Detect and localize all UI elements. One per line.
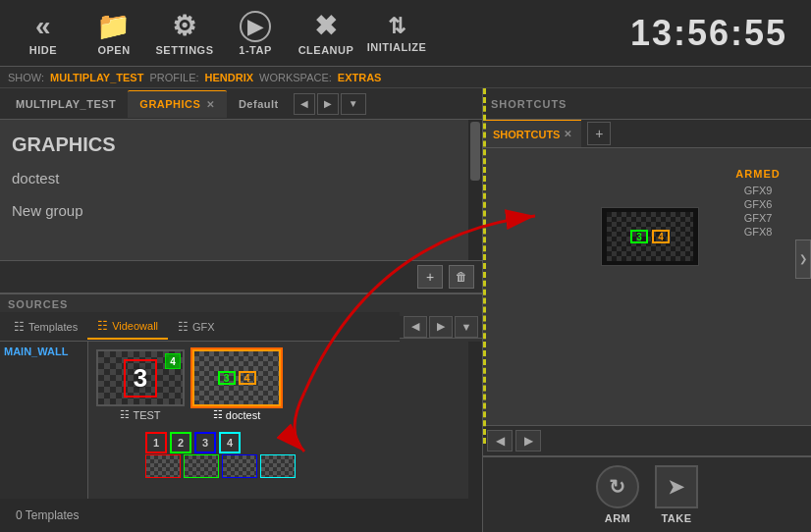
tab-nav: ◀ ▶ ▼ xyxy=(293,93,367,115)
open-icon: 📁 xyxy=(96,10,132,42)
tab-bar: MULTIPLAY_TEST GRAPHICS ✕ Default ◀ ▶ ▼ xyxy=(0,88,482,120)
test-badge: 4 xyxy=(165,353,181,369)
tab-graphics-label: GRAPHICS xyxy=(139,98,200,110)
open-button[interactable]: 📁 OPEN xyxy=(79,4,149,63)
tab-dropdown-button[interactable]: ▼ xyxy=(341,93,366,115)
nav-left-button[interactable]: ◀ xyxy=(487,430,513,452)
workspace-value: EXTRAS xyxy=(338,72,382,83)
source-label-doctest: ☷ doctest xyxy=(213,408,260,421)
arm-take-bar: ↻ ARM ➤ TAKE xyxy=(483,456,811,532)
graphics-heading: GRAPHICS xyxy=(12,128,457,162)
test-text: TEST xyxy=(133,409,160,421)
delete-item-button[interactable]: 🗑 xyxy=(449,265,474,289)
gfx-icon: ☷ xyxy=(178,320,189,334)
nav-right-button[interactable]: ▶ xyxy=(515,430,541,452)
sources-next-button[interactable]: ▶ xyxy=(429,316,453,338)
num-3[interactable]: 3 xyxy=(194,432,216,453)
num-2[interactable]: 2 xyxy=(170,432,191,453)
videowall-icon: ☷ xyxy=(97,319,108,333)
sources-scrollbar[interactable] xyxy=(468,342,482,499)
bottom-controls: + 🗑 xyxy=(0,260,482,293)
tab-default-label: Default xyxy=(239,98,279,110)
arm-label: ARM xyxy=(605,512,631,524)
gfx-label: GFX xyxy=(192,321,215,333)
clock: 13:56:55 xyxy=(630,13,803,54)
onetap-icon: ▶ xyxy=(240,11,271,42)
profile-prefix: PROFILE: xyxy=(149,72,198,83)
settings-button[interactable]: ⚙ SETTINGS xyxy=(149,4,220,63)
hide-button[interactable]: « HIDE xyxy=(8,4,79,63)
sidebar-item-mainwall[interactable]: MAIN_WALL xyxy=(4,346,83,357)
doctest-badges: 3 4 xyxy=(218,371,256,385)
sources-tab-row: ☷ Templates ☷ Videowall ☷ GFX ◀ ▶ ▼ xyxy=(0,312,482,342)
sources-items: 3 4 ☷ TEST 3 xyxy=(88,342,468,499)
armed-label: ARMED xyxy=(709,168,807,180)
arm-button[interactable]: ↻ ARM xyxy=(596,465,639,524)
shortcuts-add-button[interactable]: + xyxy=(587,122,611,145)
badge-3: 3 xyxy=(218,371,236,385)
mini-item-1 xyxy=(145,454,181,478)
cleanup-icon: ✖ xyxy=(314,10,338,42)
settings-label: SETTINGS xyxy=(155,44,213,56)
tab-multiplay-test[interactable]: MULTIPLAY_TEST xyxy=(4,90,128,118)
num-4[interactable]: 4 xyxy=(219,432,241,453)
cleanup-label: CLEANUP xyxy=(298,44,354,56)
sources-dropdown-button[interactable]: ▼ xyxy=(455,316,478,338)
hide-icon: « xyxy=(35,11,51,42)
tab-next-button[interactable]: ▶ xyxy=(317,93,339,115)
num-1[interactable]: 1 xyxy=(145,432,167,453)
workspace-prefix: WORKSPACE: xyxy=(259,72,332,83)
src-tab-templates[interactable]: ☷ Templates xyxy=(4,314,87,340)
shortcuts-close-icon[interactable]: ✕ xyxy=(564,129,571,139)
graphics-content: GRAPHICS doctest New group xyxy=(0,120,468,260)
onetap-button[interactable]: ▶ 1-TAP xyxy=(220,4,291,63)
settings-icon: ⚙ xyxy=(172,10,197,42)
close-icon[interactable]: ✕ xyxy=(206,99,215,110)
mini-item-4 xyxy=(260,454,296,478)
arm-icon: ↻ xyxy=(596,465,639,508)
sources-prev-button[interactable]: ◀ xyxy=(404,316,427,338)
src-tab-gfx[interactable]: ☷ GFX xyxy=(168,314,225,340)
cleanup-button[interactable]: ✖ CLEANUP xyxy=(291,4,361,63)
add-item-button[interactable]: + xyxy=(417,265,443,289)
graphics-scrollbar[interactable] xyxy=(468,120,482,260)
shortcuts-header-title: SHORTCUTS xyxy=(491,98,567,110)
graphics-item-newgroup[interactable]: New group xyxy=(12,194,457,227)
right-panel: SHORTCUTS SHORTCUTS ✕ + 3 4 ARMED GFX9 xyxy=(483,88,811,532)
toolbar: « HIDE 📁 OPEN ⚙ SETTINGS ▶ 1-TAP ✖ CLEAN… xyxy=(0,0,811,67)
source-thumb-test: 3 4 xyxy=(96,349,185,406)
sources-panel: SOURCES ☷ Templates ☷ Videowall ☷ GFX xyxy=(0,293,482,532)
sources-content: MAIN_WALL 3 4 ☷ TEST xyxy=(0,342,482,499)
info-bar: SHOW: MULTIPLAY_TEST PROFILE: HENDRIX WO… xyxy=(0,67,811,88)
tab-graphics[interactable]: GRAPHICS ✕ xyxy=(128,90,227,118)
mini-item-2 xyxy=(184,454,219,478)
mini-row xyxy=(145,454,296,478)
source-label-test: ☷ TEST xyxy=(120,408,160,421)
doctest-grid-icon: ☷ xyxy=(213,408,223,421)
left-panel: MULTIPLAY_TEST GRAPHICS ✕ Default ◀ ▶ ▼ … xyxy=(0,88,483,532)
sources-tabs: ☷ Templates ☷ Videowall ☷ GFX xyxy=(0,312,400,342)
shortcuts-tab[interactable]: SHORTCUTS ✕ xyxy=(483,120,581,147)
test-center-num: 3 xyxy=(124,359,157,398)
right-side-arrow[interactable]: ❯ xyxy=(795,239,811,279)
num-row: 1 2 3 4 xyxy=(145,432,241,453)
src-tab-videowall[interactable]: ☷ Videowall xyxy=(87,314,168,340)
nav-arrows-right: ◀ ▶ xyxy=(483,425,811,456)
hide-label: HIDE xyxy=(29,44,57,56)
armed-item-gfx8: GFX8 xyxy=(709,225,807,239)
graphics-section: GRAPHICS doctest New group xyxy=(0,120,482,260)
sources-sidebar: MAIN_WALL xyxy=(0,342,88,499)
test-grid-icon: ☷ xyxy=(120,408,130,421)
take-button[interactable]: ➤ TAKE xyxy=(655,465,698,524)
videowall-label: Videowall xyxy=(112,320,158,332)
take-label: TAKE xyxy=(661,512,691,524)
templates-label: Templates xyxy=(28,321,78,333)
initialize-button[interactable]: ⇅ INITIALIZE xyxy=(361,4,432,63)
preview-badge-3: 3 xyxy=(630,230,648,243)
graphics-item-doctest[interactable]: doctest xyxy=(12,162,457,194)
tab-prev-button[interactable]: ◀ xyxy=(294,93,315,115)
dashed-divider xyxy=(483,88,486,444)
tab-default[interactable]: Default xyxy=(227,90,291,118)
badge-4: 4 xyxy=(239,371,256,385)
main-area: MULTIPLAY_TEST GRAPHICS ✕ Default ◀ ▶ ▼ … xyxy=(0,88,811,532)
